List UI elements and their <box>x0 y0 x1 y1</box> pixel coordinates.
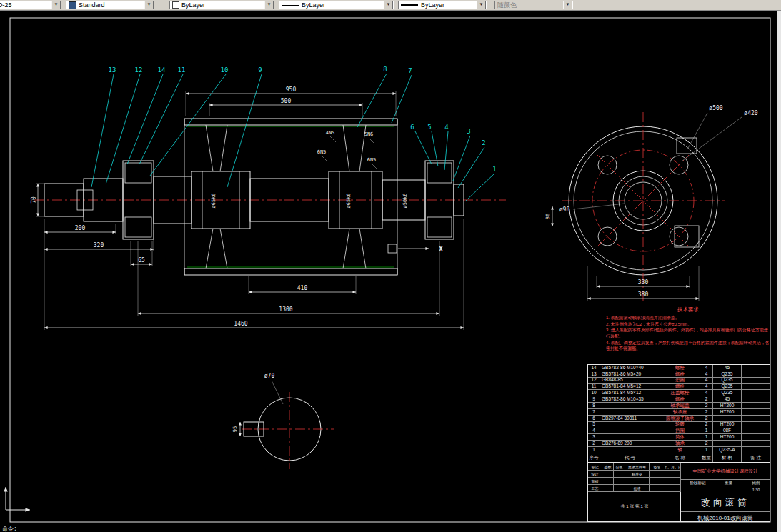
plotstyle-combo-label: 随颜色 <box>497 1 517 9</box>
dimstyle-combo-label: ISO-25 <box>0 1 12 9</box>
bom-header-note: 备 注 <box>741 453 770 462</box>
bom-cell-name: 挡圈 <box>660 428 700 434</box>
bom-cell-no: 2 <box>588 441 600 446</box>
bom-cell-note <box>741 428 770 434</box>
bom-cell-code: GB5782-86 M10×35 <box>600 396 660 402</box>
bom-cell-name: 螺栓 <box>660 384 700 390</box>
balloon-7: 7 <box>408 67 412 74</box>
bom-cell-qty: 4 <box>700 371 712 377</box>
properties-toolbar: ISO-25 ▼ Standard ▼ ByLayer ▼ ByLayer ▼ … <box>0 0 781 11</box>
bom-cell-note <box>741 390 770 396</box>
lineweight-combo[interactable]: ByLayer ▼ <box>398 1 487 9</box>
bom-cell-material <box>712 441 741 446</box>
svg-text:6N5: 6N5 <box>317 149 327 155</box>
balloon-1: 1 <box>492 166 496 173</box>
technical-requirement-item: 2. 未注倒角均为C2，未注尺寸公差±0.5mm。 <box>606 321 770 328</box>
bom-row: 3 筒体 1 HT200 <box>588 433 770 440</box>
text-style-icon <box>69 1 76 9</box>
chevron-down-icon[interactable]: ▼ <box>51 1 61 9</box>
bom-cell-no: 5 <box>588 422 600 428</box>
lineweight-combo-label: ByLayer <box>421 1 444 9</box>
main-dimensions: 950 500 200 320 65 <box>31 86 464 330</box>
lineweight-icon <box>401 4 418 6</box>
chevron-down-icon[interactable]: ▼ <box>264 1 274 9</box>
bom-header-row: 序号 代 号 名 称 数量 材 料 备 注 <box>588 453 770 462</box>
dim-200: 200 <box>75 225 86 231</box>
bom-cell-note <box>741 384 770 390</box>
chevron-down-icon[interactable]: ▼ <box>384 1 393 9</box>
bom-cell-name: 轮毂 <box>660 422 700 428</box>
main-view: X 4N5 5N6 6N5 6N5 <box>34 119 506 275</box>
bom-cell-qty: 2 <box>700 441 712 446</box>
bom-row: 6 GB297-84 30311 圆锥滚子轴承 2 <box>588 415 770 421</box>
technical-requirements: 技术要求 1. 装配前滚动轴承须清洗并注润滑脂。 2. 未注倒角均为C2，未注尺… <box>606 306 770 352</box>
technical-requirement-item: 4. 装配、调整定位后复查，严禁打伤或使用不合格的紧固件连接；装配后转动灵活，各… <box>606 340 770 352</box>
dim-1300: 1300 <box>279 306 292 313</box>
balloon-10: 10 <box>221 66 229 74</box>
bom-row: 1 轴 1 Q235-A <box>588 446 770 453</box>
command-prompt[interactable]: 命令: <box>2 526 17 532</box>
bom-cell-name: 螺栓 <box>660 365 700 371</box>
bom-cell-material <box>712 416 741 421</box>
bom-cell-name: 螺栓 <box>660 396 700 402</box>
dim-410: 410 <box>297 285 308 291</box>
bom-cell-code: GB5781-86 M5×20 <box>600 371 660 377</box>
svg-text:4N5: 4N5 <box>326 130 335 136</box>
balloon-12: 12 <box>135 66 143 74</box>
tb-check: 审核 <box>588 478 602 485</box>
dimstyle-combo[interactable]: ISO-25 ▼ <box>0 1 61 9</box>
color-combo-label: ByLayer <box>181 1 205 9</box>
bom-cell-name: 轴承座 <box>660 409 700 415</box>
parts-list-table: 14 GB5782-86 M10×40 螺栓 4 45 13 GB5781-86… <box>587 364 770 463</box>
chevron-down-icon[interactable]: ▼ <box>477 1 486 9</box>
balloon-13: 13 <box>109 66 116 74</box>
tb-drawing-title: 改向滚筒 <box>681 493 770 512</box>
vertical-scrollbar[interactable] <box>777 10 781 532</box>
bom-cell-code: GB5781-84 M5×12 <box>600 390 660 396</box>
bom-cell-material: Q235 <box>712 378 741 383</box>
bom-cell-name: 筒体 <box>660 434 700 440</box>
bom-cell-note <box>741 371 770 377</box>
tb-weight-label: 重量 <box>715 480 742 486</box>
dim-d65-left: ø65k6 <box>211 193 217 208</box>
bom-cell-code: GB5781-84 M5×12 <box>600 384 660 390</box>
title-block-main-area: 中国矿业大学机械设计课程设计 阶段标记 重量 比例 1:30 改向滚筒 机械20… <box>681 463 770 521</box>
tb-zone: 分区 <box>614 463 625 471</box>
dim-1460: 1460 <box>234 321 247 327</box>
bom-cell-note <box>741 378 770 383</box>
bom-cell-no: 7 <box>588 409 600 415</box>
tb-stage-row: 阶段标记 重量 比例 1:30 <box>681 480 770 493</box>
color-combo[interactable]: ByLayer ▼ <box>169 1 274 9</box>
balloon-3: 3 <box>467 128 470 135</box>
tb-school: 中国矿业大学机械设计课程设计 <box>681 463 770 480</box>
tb-scale-value: 1:30 <box>742 486 770 493</box>
bom-row: 13 GB5781-86 M5×20 螺栓 4 Q235 <box>588 371 770 377</box>
tb-standard: 标准化 <box>625 471 650 478</box>
dim-500: 500 <box>281 98 292 104</box>
dim-key: 95 <box>232 426 238 432</box>
bom-cell-material: Q235-A <box>712 447 741 453</box>
linetype-combo-label: ByLayer <box>302 1 325 9</box>
tb-drawing-number: 机械2010-01改向滚筒 <box>681 512 770 523</box>
bom-cell-code <box>600 434 660 440</box>
bom-cell-no: 1 <box>588 447 600 453</box>
bom-cell-material: Q235 <box>712 371 741 377</box>
linetype-combo[interactable]: ByLayer ▼ <box>279 1 394 9</box>
dim-d98: ø98 <box>559 206 570 213</box>
title-block-revision-area: 标记 处数 分区 更改文件号 签名 年、月、日 设计 标准化 审核 工艺 批准 … <box>588 463 681 521</box>
tb-count: 处数 <box>602 463 614 471</box>
bom-row: 9 GB5782-86 M10×35 螺栓 2 45 <box>588 396 770 402</box>
bom-cell-name: 螺栓 <box>660 371 700 377</box>
bom-cell-material: HT200 <box>712 409 741 415</box>
chevron-down-icon[interactable]: ▼ <box>144 1 154 9</box>
dim-330: 330 <box>638 279 649 286</box>
bom-cell-material: 45 <box>712 365 741 371</box>
bom-cell-no: 10 <box>588 390 600 396</box>
textstyle-combo-label: Standard <box>79 1 105 9</box>
tb-sheet-info: 共 1 张 第 1 张 <box>588 492 681 521</box>
bom-header-material: 材 料 <box>712 453 741 462</box>
bom-row: 10 GB5781-84 M5×12 压盖螺栓 4 Q235 <box>588 389 770 396</box>
title-block: 标记 处数 分区 更改文件号 签名 年、月、日 设计 标准化 审核 工艺 批准 … <box>587 463 770 522</box>
textstyle-combo[interactable]: Standard ▼ <box>66 1 154 9</box>
balloon-8: 8 <box>383 66 387 73</box>
